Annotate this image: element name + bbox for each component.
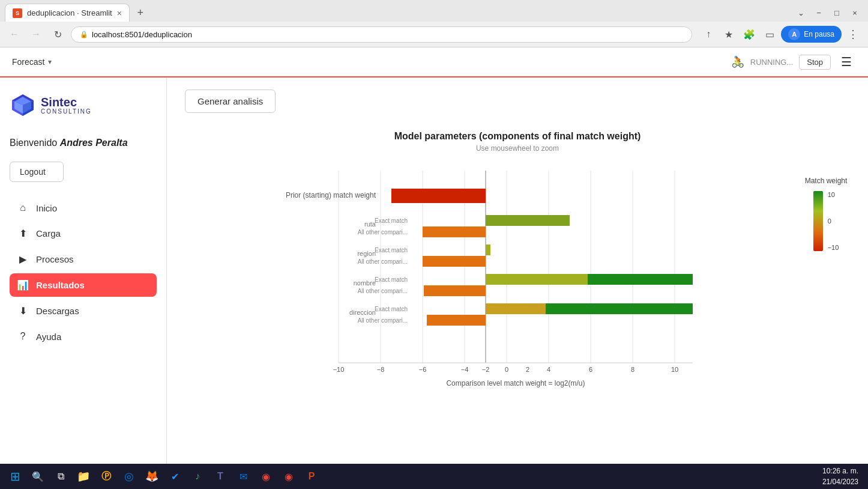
firefox-button[interactable]: 🦊 bbox=[142, 466, 162, 487]
x-label-minus2: −2 bbox=[482, 366, 490, 373]
url-text: localhost:8501/deduplicacion bbox=[92, 30, 192, 39]
browser-actions: ↑ ★ 🧩 ▭ A En pausa ⋮ bbox=[699, 25, 862, 43]
sidebar-item-resultados[interactable]: 📊 Resultados bbox=[10, 273, 157, 297]
sidebar-item-procesos[interactable]: ▶ Procesos bbox=[10, 248, 157, 271]
sidebar-item-label-resultados: Resultados bbox=[36, 280, 85, 290]
row-direccion-field: direccion bbox=[349, 309, 376, 316]
profile-label: En pausa bbox=[804, 30, 834, 38]
search-button[interactable]: 🔍 bbox=[28, 466, 48, 487]
ruta-exact-bar bbox=[486, 215, 570, 226]
region-other-bar bbox=[423, 256, 486, 267]
taskbar-clock: 10:26 a. m. 21/04/2023 bbox=[822, 466, 863, 487]
procesos-icon: ▶ bbox=[17, 254, 29, 265]
carga-icon: ⬆ bbox=[17, 228, 29, 239]
region-exact-bar bbox=[486, 244, 490, 255]
search-taskbar-icon: 🔍 bbox=[32, 471, 44, 482]
running-status: 🚴 RUNNING... Stop ☰ bbox=[731, 52, 856, 71]
new-tab-button[interactable]: + bbox=[132, 4, 149, 21]
start-button[interactable]: ⊞ bbox=[5, 466, 25, 487]
window-maximize[interactable]: □ bbox=[828, 4, 845, 21]
chrome-icon-1: ◉ bbox=[262, 471, 270, 482]
todo-icon: ✔ bbox=[171, 471, 179, 482]
todo-button[interactable]: ✔ bbox=[164, 466, 185, 487]
direccion-other-bar bbox=[427, 315, 486, 326]
sidebar-item-descargas[interactable]: ⬇ Descargas bbox=[10, 299, 157, 323]
chrome-button-2[interactable]: ◉ bbox=[279, 466, 299, 487]
logo-area: Sintec CONSULTING bbox=[10, 90, 157, 124]
window-minimize[interactable]: − bbox=[810, 4, 827, 21]
sintec-logo: Sintec CONSULTING bbox=[10, 92, 92, 118]
active-tab[interactable]: S deduplicacion · Streamlit × bbox=[5, 4, 130, 22]
window-close[interactable]: × bbox=[846, 4, 863, 21]
edge-button[interactable]: ◎ bbox=[119, 466, 139, 487]
legend-labels: 10 0 −10 bbox=[828, 191, 839, 251]
chrome-icon-2: ◉ bbox=[285, 471, 293, 482]
bookmark-button[interactable]: ★ bbox=[720, 25, 738, 43]
main-layout: Sintec CONSULTING Bienvenido Andres Pera… bbox=[0, 77, 868, 489]
row-region-field: region bbox=[357, 250, 376, 257]
sidebar-item-label-ayuda: Ayuda bbox=[36, 332, 61, 342]
descargas-icon: ⬇ bbox=[17, 305, 29, 317]
window-controls: ⌄ − □ × bbox=[792, 4, 863, 21]
stop-button[interactable]: Stop bbox=[799, 55, 831, 70]
chart-wrapper: Prior (starting) match weight ruta Exact… bbox=[185, 165, 850, 395]
url-bar[interactable]: 🔒 localhost:8501/deduplicacion bbox=[71, 26, 692, 43]
browser-menu-button[interactable]: ⋮ bbox=[844, 25, 862, 43]
x-label-8: 8 bbox=[631, 366, 634, 373]
sidebar-item-label-descargas: Descargas bbox=[36, 306, 79, 316]
nombre-other-label: All other compari... bbox=[358, 288, 408, 294]
nav-refresh-button[interactable]: ↻ bbox=[49, 26, 66, 43]
chart-subtitle: Use mousewheel to zoom bbox=[185, 144, 850, 153]
task-view-button[interactable]: ⧉ bbox=[50, 466, 71, 487]
windows-logo-icon: ⊞ bbox=[10, 469, 20, 484]
chart-svg[interactable]: Prior (starting) match weight ruta Exact… bbox=[185, 165, 792, 393]
sidebar-item-ayuda[interactable]: ? Ayuda bbox=[10, 325, 157, 348]
cp-icon: Ⓟ bbox=[101, 470, 111, 483]
forecast-label: Forecast bbox=[12, 57, 44, 67]
ruta-other-label: All other compari... bbox=[358, 229, 408, 235]
hamburger-menu-button[interactable]: ☰ bbox=[837, 52, 856, 71]
ayuda-icon: ? bbox=[17, 331, 29, 342]
spotify-button[interactable]: ♪ bbox=[187, 466, 208, 487]
tab-close-button[interactable]: × bbox=[117, 9, 122, 17]
x-label-2: 2 bbox=[526, 366, 529, 373]
logo-consulting-text: CONSULTING bbox=[41, 108, 92, 115]
x-label-0: 0 bbox=[505, 366, 508, 373]
file-explorer-button[interactable]: 📁 bbox=[73, 466, 94, 487]
split-view-button[interactable]: ▭ bbox=[761, 25, 779, 43]
running-icon: 🚴 bbox=[731, 55, 744, 68]
share-button[interactable]: ↑ bbox=[699, 25, 717, 43]
sidebar-item-label-inicio: Inicio bbox=[36, 203, 57, 213]
sidebar-item-inicio[interactable]: ⌂ Inicio bbox=[10, 196, 157, 219]
outlook-icon: ✉ bbox=[240, 471, 247, 482]
logout-button[interactable]: Logout bbox=[10, 162, 64, 182]
taskbar: ⊞ 🔍 ⧉ 📁 Ⓟ ◎ 🦊 ✔ ♪ T ✉ ◉ ◉ P 10:26 a. m. … bbox=[0, 464, 868, 489]
window-dropdown[interactable]: ⌄ bbox=[792, 4, 809, 21]
chrome-button-1[interactable]: ◉ bbox=[256, 466, 276, 487]
teams-button[interactable]: T bbox=[210, 466, 231, 487]
profile-button[interactable]: A En pausa bbox=[781, 26, 842, 43]
sidebar-item-carga[interactable]: ⬆ Carga bbox=[10, 222, 157, 245]
outlook-button[interactable]: ✉ bbox=[233, 466, 253, 487]
extensions-button[interactable]: 🧩 bbox=[740, 25, 758, 43]
ruta-other-bar bbox=[423, 226, 486, 237]
generar-analisis-button[interactable]: Generar analisis bbox=[185, 90, 276, 113]
prior-bar bbox=[391, 189, 486, 203]
forecast-dropdown[interactable]: Forecast ▾ bbox=[12, 57, 52, 67]
row-prior-label: Prior (starting) match weight bbox=[286, 191, 376, 199]
sintec-logo-icon bbox=[10, 92, 36, 118]
x-label-4: 4 bbox=[547, 366, 550, 373]
running-text: RUNNING... bbox=[750, 58, 794, 67]
powerpoint-icon: P bbox=[309, 471, 315, 482]
x-label-minus8: −8 bbox=[377, 366, 385, 373]
region-exact-label: Exact match bbox=[375, 247, 408, 254]
app-cp-button[interactable]: Ⓟ bbox=[96, 466, 116, 487]
x-label-6: 6 bbox=[589, 366, 592, 373]
sidebar: Sintec CONSULTING Bienvenido Andres Pera… bbox=[0, 77, 167, 489]
sidebar-item-label-carga: Carga bbox=[36, 228, 61, 238]
nav-forward-button[interactable]: → bbox=[28, 26, 44, 43]
firefox-icon: 🦊 bbox=[145, 470, 158, 483]
powerpoint-button[interactable]: P bbox=[301, 466, 322, 487]
nav-back-button[interactable]: ← bbox=[6, 26, 23, 43]
nav-menu: ⌂ Inicio ⬆ Carga ▶ Procesos 📊 Resultados… bbox=[10, 196, 157, 348]
